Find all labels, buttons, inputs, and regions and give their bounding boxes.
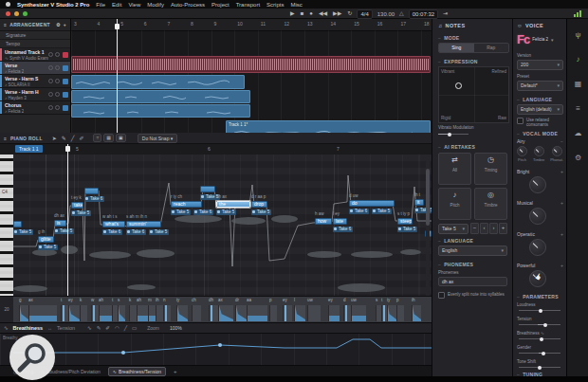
loop-button[interactable]: ↻: [347, 9, 352, 19]
param-slider-tension[interactable]: [519, 324, 560, 325]
piano-icon[interactable]: ▦: [567, 80, 588, 88]
solo-button[interactable]: [55, 105, 60, 110]
phoneme-cell[interactable]: [137, 305, 148, 321]
retake-timbre-button[interactable]: ◎Timbre: [474, 188, 507, 220]
subknob-pitch[interactable]: Pitch: [517, 146, 527, 162]
split-syllables-checkbox[interactable]: Evenly split note into syllables: [438, 292, 508, 299]
phoneme-cell[interactable]: [351, 305, 366, 321]
arrangement-playhead-handle[interactable]: [115, 24, 119, 29]
phoneme-cell[interactable]: [68, 305, 80, 321]
solo-button[interactable]: [55, 65, 60, 70]
take-chip[interactable]: Take 5: [149, 229, 169, 235]
take-chip[interactable]: Take 5: [216, 209, 236, 215]
solo-button[interactable]: [55, 52, 60, 57]
automation-node[interactable]: [218, 343, 222, 347]
track-active-toggle[interactable]: [63, 65, 68, 71]
menu-item-scripts[interactable]: Scripts: [266, 2, 284, 8]
play-button[interactable]: ▶: [290, 9, 295, 19]
take-chip[interactable]: Take 5: [13, 229, 33, 235]
mute-button[interactable]: [48, 92, 53, 97]
note[interactable]: do: [349, 200, 395, 207]
note[interactable]: the: [216, 201, 250, 208]
slider-handle[interactable]: [542, 352, 545, 355]
mode-section-label[interactable]: MODE: [444, 35, 459, 41]
slider-handle[interactable]: [538, 366, 542, 370]
note[interactable]: take: [71, 202, 83, 209]
take-chip[interactable]: Take 6: [349, 209, 369, 214]
note[interactable]: [200, 186, 215, 192]
phoneme-cell[interactable]: [28, 305, 57, 321]
piano-keyboard[interactable]: C4: [0, 155, 14, 296]
language-section-label[interactable]: LANGUAGE: [444, 238, 473, 244]
vocal-mode-powerful[interactable]: Powerful+: [517, 263, 563, 268]
expand-mode-icon[interactable]: +: [560, 263, 563, 268]
vocal-mode-musical[interactable]: Musical+: [517, 200, 563, 206]
phoneme-cell[interactable]: [91, 305, 99, 321]
track-row-2[interactable]: Verse♪ Felicia 2: [0, 62, 70, 75]
track-active-toggle[interactable]: [63, 105, 68, 111]
note-language-dropdown[interactable]: English▾: [438, 246, 507, 256]
phoneme-cell[interactable]: [387, 305, 396, 321]
meta-row-signature[interactable]: Signature: [0, 31, 70, 40]
automation-node[interactable]: [121, 351, 125, 355]
verse-clip[interactable]: [71, 75, 245, 89]
minimize-window-button[interactable]: [14, 11, 19, 16]
note[interactable]: [13, 221, 22, 227]
menu-item-project[interactable]: Project: [211, 2, 230, 8]
voice-language-section-label[interactable]: LANGUAGE: [523, 97, 552, 102]
phoneme-cell[interactable]: [148, 305, 156, 321]
retake-pitch-button[interactable]: ♪Pitch: [438, 188, 471, 220]
param-tool-icon[interactable]: ▭: [132, 325, 137, 331]
note[interactable]: [84, 188, 99, 194]
time-signature-display[interactable]: 4/4: [357, 9, 372, 19]
expand-mode-icon[interactable]: +: [560, 231, 563, 237]
slider-handle[interactable]: [539, 309, 542, 313]
note[interactable]: how: [315, 218, 332, 225]
phoneme-cell[interactable]: [269, 305, 277, 321]
vocal-mode-operatic[interactable]: Operatic+: [517, 231, 563, 237]
vibrato-modulation-slider[interactable]: [438, 134, 469, 135]
piano-roll-vertical-scrollbar[interactable]: [426, 155, 430, 296]
phoneme-cell[interactable]: [118, 305, 125, 321]
note[interactable]: steep: [397, 218, 413, 225]
panel-tool-icon[interactable]: ▣: [116, 134, 126, 142]
add-param-tab-button[interactable]: +: [174, 369, 177, 374]
phoneme-cell[interactable]: [412, 305, 421, 321]
relaxed-consonants-checkbox[interactable]: Use relaxed consonants: [517, 118, 564, 127]
apple-menu-icon[interactable]: [6, 2, 10, 7]
phonemes-section-label[interactable]: PHONEMES: [444, 262, 473, 267]
app-menu-title[interactable]: Synthesizer V Studio 2 Pro: [17, 2, 89, 8]
slider-handle[interactable]: [543, 323, 547, 327]
snap-dropdown[interactable]: Do Not Snap ▾: [138, 134, 178, 143]
take-chip[interactable]: Take 5: [71, 210, 91, 216]
solo-button[interactable]: [55, 79, 60, 83]
take-chip[interactable]: Take 6: [84, 196, 104, 202]
param-tool-icon[interactable]: ✐: [105, 325, 110, 331]
param-tool-icon[interactable]: ◠: [115, 325, 119, 331]
vocal-mode-knob[interactable]: [529, 176, 546, 193]
take-chip[interactable]: Take 6: [126, 229, 146, 235]
menu-item-modify[interactable]: Modify: [147, 2, 164, 8]
take-chip[interactable]: Take 5: [38, 245, 58, 250]
group-tab-chip[interactable]: Track 1 1: [15, 145, 43, 153]
track-active-toggle[interactable]: [63, 79, 68, 84]
line-tool-icon[interactable]: ╱: [71, 135, 75, 141]
phoneme-cell[interactable]: [396, 305, 404, 321]
voice-language-dropdown[interactable]: English (default)▾: [517, 104, 563, 115]
punch-out-icon[interactable]: ⇥: [443, 9, 448, 19]
param-primary-label[interactable]: Breathiness: [13, 325, 44, 331]
phoneme-cell[interactable]: [328, 305, 340, 321]
zoom-value[interactable]: 100%: [170, 325, 182, 331]
piano-roll-playhead-handle[interactable]: [65, 146, 70, 152]
version-dropdown[interactable]: 200▾: [517, 60, 563, 70]
take-chip[interactable]: Take 6: [102, 229, 122, 235]
vocal-mode-knob[interactable]: [529, 239, 546, 256]
cloud-icon[interactable]: ☁: [567, 129, 588, 137]
pencil-tool-icon[interactable]: ✎: [62, 135, 66, 141]
retake-all-button[interactable]: ⇄All: [438, 153, 471, 185]
phonemes-input[interactable]: dh ax: [438, 277, 507, 286]
param-swap-icon[interactable]: ↔: [47, 325, 52, 331]
note[interactable]: reach: [171, 201, 202, 208]
note[interactable]: is: [54, 220, 66, 227]
track-row-4[interactable]: Verse - Harm H♪ Hayden 3: [0, 88, 70, 101]
